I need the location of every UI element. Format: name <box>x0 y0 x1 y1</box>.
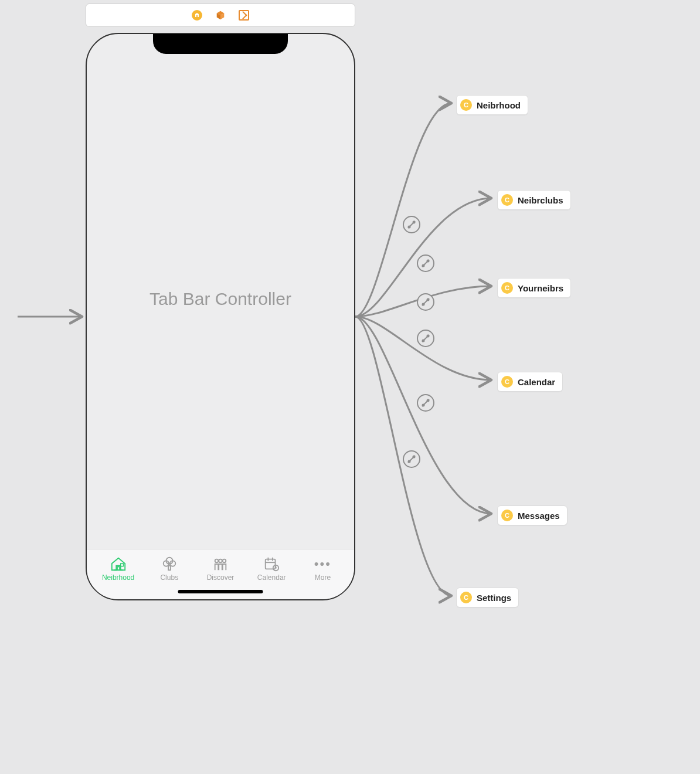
svg-line-31 <box>422 399 429 406</box>
dest-label: Settings <box>477 593 511 603</box>
phone-content: Tab Bar Controller <box>88 35 353 598</box>
more-icon: ••• <box>314 556 331 572</box>
svg-point-37 <box>413 456 416 459</box>
dest-label: Neibrclubs <box>518 195 563 205</box>
svg-line-27 <box>422 335 429 342</box>
svg-point-8 <box>223 559 226 562</box>
entry-point-icon[interactable] <box>191 9 203 21</box>
phone-frame: Tab Bar Controller Neibrhood Clubs <box>86 33 355 600</box>
controller-icon: C <box>501 194 513 206</box>
svg-line-15 <box>408 221 415 228</box>
tab-clubs[interactable]: Clubs <box>144 553 195 584</box>
tab-calendar[interactable]: Calendar <box>246 553 297 584</box>
svg-point-30 <box>417 395 434 411</box>
controller-icon: C <box>460 592 472 603</box>
home-indicator <box>178 590 263 593</box>
segue-line <box>355 317 491 380</box>
dest-label: Neibrhood <box>477 100 521 110</box>
tab-neibrhood[interactable]: Neibrhood <box>93 553 144 584</box>
scene-toolbar <box>86 4 355 27</box>
dest-neibrclubs[interactable]: C Neibrclubs <box>497 190 571 210</box>
calendar-icon <box>263 556 280 572</box>
svg-line-23 <box>422 298 429 305</box>
exit-icon[interactable] <box>238 9 250 21</box>
svg-point-14 <box>403 216 420 233</box>
svg-rect-5 <box>168 565 171 569</box>
svg-point-34 <box>403 451 420 467</box>
svg-point-7 <box>219 559 222 562</box>
svg-point-17 <box>413 221 416 224</box>
svg-point-33 <box>427 399 430 402</box>
svg-point-22 <box>417 294 434 310</box>
svg-point-25 <box>427 298 430 301</box>
svg-line-35 <box>408 456 415 463</box>
tab-label: More <box>315 573 331 582</box>
dest-label: Calendar <box>518 377 555 387</box>
dest-label: Yourneibrs <box>518 283 563 293</box>
svg-point-6 <box>215 559 219 562</box>
svg-point-18 <box>417 255 434 271</box>
dest-neibrhood[interactable]: C Neibrhood <box>456 95 528 115</box>
package-icon[interactable] <box>215 9 226 21</box>
svg-point-36 <box>408 460 411 463</box>
tab-label: Calendar <box>257 573 286 582</box>
controller-icon: C <box>501 282 513 294</box>
house-icon <box>110 556 127 572</box>
svg-point-20 <box>422 264 425 267</box>
svg-rect-9 <box>266 559 276 569</box>
svg-point-24 <box>422 303 425 306</box>
svg-point-29 <box>427 335 430 338</box>
controller-icon: C <box>501 510 513 521</box>
tab-discover[interactable]: Discover <box>195 553 246 584</box>
segue-badge-group <box>403 216 434 467</box>
scene-title: Tab Bar Controller <box>149 289 291 309</box>
tab-label: Discover <box>207 573 235 582</box>
svg-point-21 <box>427 260 430 263</box>
tab-more[interactable]: ••• More <box>297 553 348 584</box>
segue-line <box>355 317 491 514</box>
segue-line <box>355 198 491 317</box>
svg-point-28 <box>422 340 425 342</box>
controller-icon: C <box>501 376 513 388</box>
dest-messages[interactable]: C Messages <box>497 505 568 525</box>
segue-line <box>355 103 451 317</box>
dest-calendar[interactable]: C Calendar <box>497 372 563 392</box>
clubs-icon <box>161 556 178 572</box>
dest-yourneibrs[interactable]: C Yourneibrs <box>497 278 571 298</box>
dest-label: Messages <box>518 511 560 521</box>
segue-line <box>355 286 491 317</box>
people-icon <box>212 556 229 572</box>
tab-label: Neibrhood <box>102 573 134 582</box>
tab-label: Clubs <box>160 573 178 582</box>
controller-icon: C <box>460 99 472 111</box>
svg-point-32 <box>422 404 425 407</box>
svg-point-16 <box>408 226 411 229</box>
segue-line <box>355 317 451 596</box>
svg-rect-1 <box>120 563 123 566</box>
svg-point-26 <box>417 330 434 347</box>
dest-settings[interactable]: C Settings <box>456 588 519 607</box>
svg-line-19 <box>422 260 429 267</box>
